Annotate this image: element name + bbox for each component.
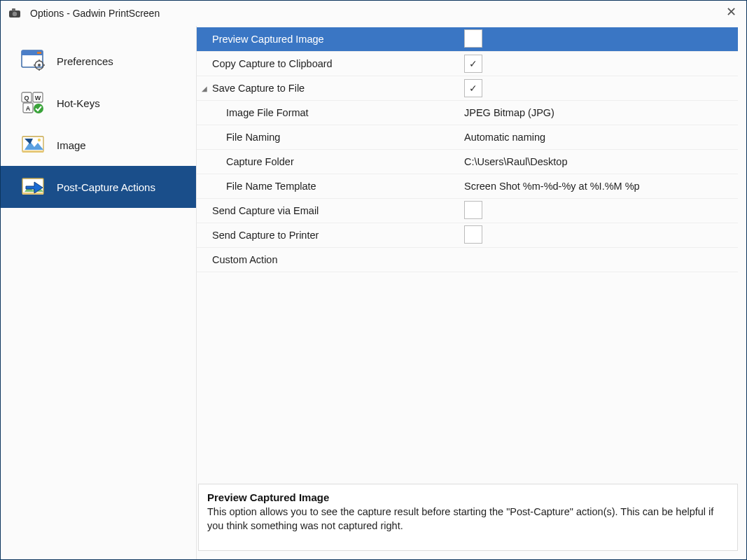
option-label: File Naming bbox=[197, 132, 463, 143]
svg-rect-25 bbox=[22, 192, 43, 195]
option-save-to-file[interactable]: ◢ Save Capture to File ✓ bbox=[197, 76, 738, 101]
svg-rect-5 bbox=[37, 52, 41, 54]
option-capture-folder[interactable]: Capture Folder C:\Users\Raul\Desktop bbox=[197, 150, 738, 174]
description-panel: Preview Captured Image This option allow… bbox=[198, 484, 738, 551]
option-send-email[interactable]: Send Capture via Email bbox=[197, 199, 738, 223]
main-panel: Preview Captured Image Copy Capture to C… bbox=[196, 26, 746, 559]
option-value: Automatic naming bbox=[463, 132, 738, 143]
option-send-printer[interactable]: Send Capture to Printer bbox=[197, 223, 738, 248]
checkbox-save-to-file[interactable]: ✓ bbox=[464, 79, 482, 97]
hotkeys-icon: Q W A bbox=[20, 89, 48, 117]
option-preview-captured-image[interactable]: Preview Captured Image bbox=[197, 27, 738, 52]
svg-text:Q: Q bbox=[24, 94, 29, 102]
body: Preferences Q W A Hot-Keys bbox=[1, 26, 746, 559]
option-file-naming[interactable]: File Naming Automatic naming bbox=[197, 125, 738, 150]
svg-point-22 bbox=[38, 139, 41, 141]
option-image-file-format[interactable]: Image File Format JPEG Bitmap (JPG) bbox=[197, 101, 738, 125]
svg-text:W: W bbox=[35, 94, 41, 102]
option-label: Custom Action bbox=[212, 254, 463, 265]
sidebar-item-label: Hot-Keys bbox=[57, 97, 100, 109]
option-label: Save Capture to File bbox=[212, 83, 463, 94]
option-label: Send Capture via Email bbox=[212, 205, 463, 216]
option-file-name-template[interactable]: File Name Template Screen Shot %m-%d-%y … bbox=[197, 174, 738, 199]
window-title: Options - Gadwin PrintScreen bbox=[30, 8, 160, 19]
option-label: Image File Format bbox=[197, 107, 463, 118]
option-label: Preview Captured Image bbox=[212, 34, 463, 45]
option-value: JPEG Bitmap (JPG) bbox=[463, 107, 738, 118]
svg-text:A: A bbox=[26, 105, 31, 112]
postcapture-icon bbox=[20, 173, 48, 201]
expand-collapse-icon[interactable]: ◢ bbox=[197, 85, 212, 92]
description-title: Preview Captured Image bbox=[207, 491, 729, 503]
image-icon bbox=[20, 131, 48, 159]
sidebar-item-label: Post-Capture Actions bbox=[57, 181, 155, 193]
sidebar-item-image[interactable]: Image bbox=[1, 124, 196, 166]
svg-point-7 bbox=[38, 64, 41, 66]
checkbox-copy-clipboard[interactable]: ✓ bbox=[464, 55, 482, 73]
close-button[interactable]: ✕ bbox=[724, 5, 738, 19]
svg-rect-2 bbox=[12, 8, 15, 11]
svg-point-1 bbox=[13, 12, 17, 16]
option-custom-action[interactable]: Custom Action bbox=[197, 248, 738, 272]
description-body: This option allows you to see the captur… bbox=[207, 505, 729, 533]
svg-rect-20 bbox=[22, 150, 43, 153]
checkbox-send-printer[interactable] bbox=[464, 225, 482, 244]
sidebar: Preferences Q W A Hot-Keys bbox=[1, 26, 196, 559]
sidebar-item-hotkeys[interactable]: Q W A Hot-Keys bbox=[1, 82, 196, 124]
option-label: Copy Capture to Clipboard bbox=[212, 58, 463, 69]
checkbox-send-email[interactable] bbox=[464, 201, 482, 219]
titlebar: Options - Gadwin PrintScreen ✕ bbox=[1, 1, 746, 26]
option-label: Send Capture to Printer bbox=[212, 230, 463, 241]
option-copy-clipboard[interactable]: Copy Capture to Clipboard ✓ bbox=[197, 52, 738, 76]
sidebar-item-preferences[interactable]: Preferences bbox=[1, 40, 196, 82]
option-label: File Name Template bbox=[197, 181, 463, 192]
sidebar-item-label: Image bbox=[57, 139, 86, 151]
option-value: Screen Shot %m-%d-%y at %I.%M %p bbox=[463, 181, 738, 192]
app-icon bbox=[8, 6, 22, 20]
checkbox-preview-captured-image[interactable] bbox=[464, 29, 482, 48]
preferences-icon bbox=[20, 47, 48, 75]
sidebar-item-label: Preferences bbox=[57, 55, 113, 67]
options-list: Preview Captured Image Copy Capture to C… bbox=[197, 26, 738, 479]
option-label: Capture Folder bbox=[197, 156, 463, 167]
option-value: C:\Users\Raul\Desktop bbox=[463, 156, 738, 167]
svg-point-18 bbox=[34, 104, 43, 113]
sidebar-item-post-capture-actions[interactable]: Post-Capture Actions bbox=[1, 166, 196, 208]
